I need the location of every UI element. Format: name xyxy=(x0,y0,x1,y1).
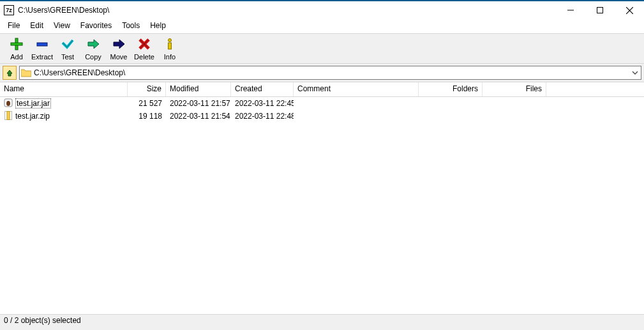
svg-point-13 xyxy=(168,39,172,42)
svg-marker-15 xyxy=(7,70,12,76)
chevron-down-icon xyxy=(632,71,638,75)
col-header-files[interactable]: Files xyxy=(483,82,546,96)
maximize-button[interactable] xyxy=(585,1,615,19)
extract-label: Extract xyxy=(31,53,53,61)
svg-rect-5 xyxy=(11,43,22,45)
menubar: File Edit View Favorites Tools Help xyxy=(0,19,644,33)
svg-rect-6 xyxy=(37,43,47,46)
file-name: test.jar.zip xyxy=(15,112,50,121)
extract-button[interactable]: Extract xyxy=(29,36,55,61)
address-bar: C:\Users\GREEN\Desktop\ xyxy=(0,64,644,82)
list-row[interactable]: test.jar.zip19 1182022-03-11 21:542022-0… xyxy=(0,110,644,123)
copy-button[interactable]: Copy xyxy=(80,36,106,61)
file-created: 2022-03-11 22:45 xyxy=(231,99,294,108)
menu-file[interactable]: File xyxy=(3,20,25,31)
svg-marker-8 xyxy=(114,40,124,49)
status-text: 0 / 2 object(s) selected xyxy=(4,316,81,325)
x-icon xyxy=(137,36,152,52)
move-button[interactable]: Move xyxy=(106,36,131,61)
add-label: Add xyxy=(10,53,23,61)
list-row[interactable]: test.jar.jar21 5272022-03-11 21:572022-0… xyxy=(0,97,644,110)
col-header-name[interactable]: Name xyxy=(0,82,128,96)
col-header-created[interactable]: Created xyxy=(231,82,294,96)
svg-rect-1 xyxy=(597,8,603,13)
test-button[interactable]: Test xyxy=(55,36,80,61)
col-header-size[interactable]: Size xyxy=(128,82,166,96)
test-label: Test xyxy=(61,53,74,61)
file-list[interactable]: Name Size Modified Created Comment Folde… xyxy=(0,82,644,314)
window-title: C:\Users\GREEN\Desktop\ xyxy=(18,6,109,15)
info-icon xyxy=(162,36,177,52)
address-combo[interactable]: C:\Users\GREEN\Desktop\ xyxy=(19,66,641,80)
list-header: Name Size Modified Created Comment Folde… xyxy=(0,82,644,97)
file-name: test.jar.jar xyxy=(15,99,51,108)
delete-label: Delete xyxy=(134,53,154,61)
arrow-right-green-icon xyxy=(86,36,101,52)
arrow-right-blue-icon xyxy=(111,36,126,52)
info-button[interactable]: Info xyxy=(157,36,183,61)
col-header-modified[interactable]: Modified xyxy=(166,82,231,96)
info-label: Info xyxy=(164,53,176,61)
statusbar: 0 / 2 object(s) selected xyxy=(0,314,644,330)
check-icon xyxy=(60,36,75,52)
svg-line-2 xyxy=(626,7,633,14)
file-modified: 2022-03-11 21:57 xyxy=(166,99,231,108)
add-button[interactable]: Add xyxy=(4,36,29,61)
col-header-comment[interactable]: Comment xyxy=(294,82,419,96)
copy-label: Copy xyxy=(85,53,101,61)
file-created: 2022-03-11 22:48 xyxy=(231,112,294,121)
menu-tools[interactable]: Tools xyxy=(117,20,145,31)
toolbar: Add Extract Test Copy Move xyxy=(0,34,644,64)
menu-edit[interactable]: Edit xyxy=(25,20,49,31)
svg-rect-20 xyxy=(7,111,10,119)
up-arrow-icon xyxy=(6,69,13,77)
move-label: Move xyxy=(110,53,128,61)
file-size: 19 118 xyxy=(128,112,166,121)
minimize-button[interactable] xyxy=(556,1,585,19)
titlebar: 7z C:\Users\GREEN\Desktop\ xyxy=(0,1,644,19)
address-path: C:\Users\GREEN\Desktop\ xyxy=(34,68,125,77)
menu-help[interactable]: Help xyxy=(145,20,171,31)
svg-rect-14 xyxy=(168,43,172,49)
svg-point-18 xyxy=(6,101,10,106)
file-icon xyxy=(4,111,13,122)
folder-icon xyxy=(21,68,31,77)
minus-icon xyxy=(34,36,50,52)
menu-favorites[interactable]: Favorites xyxy=(75,20,117,31)
plus-icon xyxy=(9,36,24,52)
close-button[interactable] xyxy=(615,1,644,19)
svg-marker-16 xyxy=(21,70,31,77)
file-icon xyxy=(4,98,13,109)
menu-view[interactable]: View xyxy=(49,20,75,31)
svg-marker-7 xyxy=(88,40,99,49)
up-one-level-button[interactable] xyxy=(3,66,17,80)
app-icon: 7z xyxy=(4,5,14,15)
delete-button[interactable]: Delete xyxy=(131,36,157,61)
svg-line-3 xyxy=(626,7,633,14)
file-size: 21 527 xyxy=(128,99,166,108)
col-header-folders[interactable]: Folders xyxy=(419,82,483,96)
file-modified: 2022-03-11 21:54 xyxy=(166,112,231,121)
